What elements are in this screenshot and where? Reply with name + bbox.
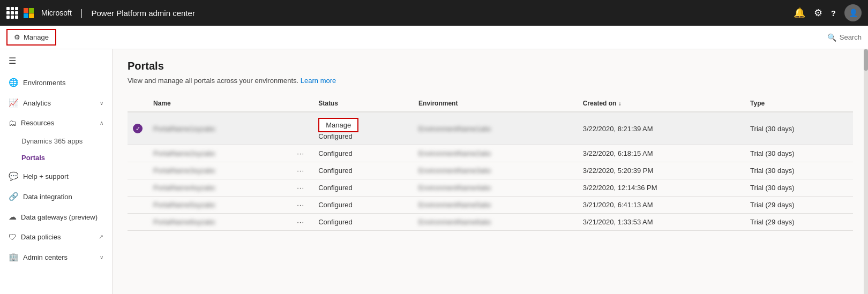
- portals-label: Portals: [21, 154, 45, 162]
- row-check-cell[interactable]: [128, 214, 148, 231]
- top-nav-right: 🔔 ⚙ ? 👤: [794, 4, 862, 21]
- sidebar-item-admincenters[interactable]: 🏢 Admin centers ∨: [0, 247, 112, 267]
- row-check-cell[interactable]: [128, 162, 148, 179]
- row-dots-menu[interactable]: ···: [291, 197, 313, 214]
- row-type: Trial (30 days): [745, 112, 853, 145]
- sidebar-label-admincenters: Admin centers: [23, 253, 95, 261]
- datagateways-icon: ☁: [9, 212, 17, 222]
- status-text: Configured: [318, 132, 408, 140]
- row-type: Trial (30 days): [745, 162, 853, 179]
- sidebar: ☰ 🌐 Environments 📈 Analytics ∨ 🗂 Resourc…: [0, 49, 113, 294]
- resources-icon: 🗂: [9, 118, 17, 127]
- row-dots-menu[interactable]: ···: [291, 179, 313, 197]
- hamburger-icon[interactable]: ☰: [0, 49, 112, 72]
- nav-divider: |: [80, 7, 83, 19]
- row-createdon: 3/22/2020, 6:18:15 AM: [578, 145, 745, 162]
- scrollbar-thumb[interactable]: [864, 49, 868, 71]
- row-name: PortalName4xyzabc: [148, 179, 291, 197]
- main-content: Portals View and manage all portals acro…: [113, 49, 868, 294]
- row-dots-menu[interactable]: [291, 112, 313, 145]
- sidebar-label-datagateways: Data gateways (preview): [21, 213, 103, 221]
- environments-icon: 🌐: [9, 78, 19, 87]
- row-check-cell[interactable]: [128, 179, 148, 197]
- sidebar-item-environments[interactable]: 🌐 Environments: [0, 72, 112, 93]
- sidebar-item-helpsupport[interactable]: 💬 Help + support: [0, 166, 112, 186]
- learn-more-link[interactable]: Learn more: [301, 77, 336, 85]
- resources-chevron: ∧: [100, 120, 103, 126]
- row-name: PortalName2xyzabc: [148, 145, 291, 162]
- sidebar-item-analytics[interactable]: 📈 Analytics ∨: [0, 93, 112, 113]
- sidebar-item-datapolicies[interactable]: 🛡 Data policies ↗: [0, 227, 112, 247]
- row-status: Configured: [313, 162, 413, 179]
- row-createdon: 3/21/2020, 1:33:53 AM: [578, 214, 745, 231]
- dataintegration-icon: 🔗: [9, 192, 19, 201]
- col-header-createdon[interactable]: Created on ↓: [578, 95, 745, 112]
- col-header-status: Status: [313, 95, 413, 112]
- row-dots-menu[interactable]: ···: [291, 214, 313, 231]
- status-text: Configured: [318, 218, 408, 226]
- col-header-check: [128, 95, 148, 112]
- top-nav: Microsoft | Power Platform admin center …: [0, 0, 868, 26]
- external-link-icon: ↗: [99, 233, 103, 240]
- row-type: Trial (30 days): [745, 179, 853, 197]
- main-layout: ☰ 🌐 Environments 📈 Analytics ∨ 🗂 Resourc…: [0, 49, 868, 294]
- sidebar-item-datagateways[interactable]: ☁ Data gateways (preview): [0, 207, 112, 227]
- table-row: PortalName5xyzabc···ConfiguredEnvironmen…: [128, 197, 853, 214]
- sidebar-label-dataintegration: Data integration: [23, 193, 103, 201]
- row-createdon: 3/22/2020, 8:21:39 AM: [578, 112, 745, 145]
- sidebar-item-resources[interactable]: 🗂 Resources ∧: [0, 113, 112, 133]
- sidebar-label-analytics: Analytics: [23, 99, 95, 107]
- waffle-icon[interactable]: [6, 7, 18, 19]
- sidebar-item-portals[interactable]: Portals: [0, 149, 112, 166]
- row-environment: EnvironmentName1abc: [413, 112, 578, 145]
- search-box[interactable]: 🔍 Search: [827, 33, 862, 42]
- table-row: PortalName4xyzabc···ConfiguredEnvironmen…: [128, 179, 853, 197]
- sidebar-item-dataintegration[interactable]: 🔗 Data integration: [0, 186, 112, 207]
- row-name: PortalName1xyzabc: [148, 112, 291, 145]
- admincenters-icon: 🏢: [9, 252, 19, 262]
- app-name: Power Platform admin center: [91, 9, 194, 18]
- table-row: PortalName3xyzabc···ConfiguredEnvironmen…: [128, 162, 853, 179]
- row-check-cell[interactable]: ✓: [128, 112, 148, 145]
- row-name: PortalName3xyzabc: [148, 162, 291, 179]
- user-avatar[interactable]: 👤: [844, 4, 862, 21]
- row-environment: EnvironmentName5abc: [413, 197, 578, 214]
- scrollbar-track[interactable]: [864, 49, 868, 294]
- row-status: Configured: [313, 145, 413, 162]
- check-circle-icon: ✓: [133, 124, 143, 133]
- row-dots-menu[interactable]: ···: [291, 162, 313, 179]
- row-status: ManageConfigured: [313, 112, 413, 145]
- manage-btn-label: Manage: [24, 33, 49, 41]
- notifications-icon[interactable]: 🔔: [794, 7, 805, 19]
- manage-btn-icon: ⚙: [14, 33, 20, 41]
- page-subtitle: View and manage all portals across your …: [128, 77, 853, 85]
- row-environment: EnvironmentName6abc: [413, 214, 578, 231]
- admincenters-chevron: ∨: [100, 254, 103, 260]
- row-dots-menu[interactable]: ···: [291, 145, 313, 162]
- row-status: Configured: [313, 179, 413, 197]
- row-check-cell[interactable]: [128, 197, 148, 214]
- row-name: PortalName6xyzabc: [148, 214, 291, 231]
- status-text: Configured: [318, 184, 408, 192]
- settings-icon[interactable]: ⚙: [814, 7, 822, 19]
- table-row: ✓PortalName1xyzabcManageConfiguredEnviro…: [128, 112, 853, 145]
- sidebar-item-dynamics365apps[interactable]: Dynamics 365 apps: [0, 133, 112, 149]
- table-row: PortalName2xyzabc···ConfiguredEnvironmen…: [128, 145, 853, 162]
- row-check-cell[interactable]: [128, 145, 148, 162]
- sidebar-label-resources: Resources: [21, 119, 95, 127]
- sidebar-label-datapolicies: Data policies: [21, 233, 94, 241]
- datapolicies-icon: 🛡: [9, 232, 17, 242]
- analytics-chevron: ∨: [100, 100, 103, 106]
- search-icon: 🔍: [827, 33, 836, 42]
- status-text: Configured: [318, 201, 408, 209]
- table-row: PortalName6xyzabc···ConfiguredEnvironmen…: [128, 214, 853, 231]
- row-status: Configured: [313, 197, 413, 214]
- manage-popup[interactable]: Manage: [318, 118, 358, 132]
- status-text: Configured: [318, 167, 408, 175]
- col-header-type: Type: [745, 95, 853, 112]
- help-icon[interactable]: ?: [831, 9, 836, 18]
- status-text: Configured: [318, 149, 408, 157]
- manage-button[interactable]: ⚙ Manage: [6, 29, 56, 46]
- row-type: Trial (29 days): [745, 214, 853, 231]
- row-status: Configured: [313, 214, 413, 231]
